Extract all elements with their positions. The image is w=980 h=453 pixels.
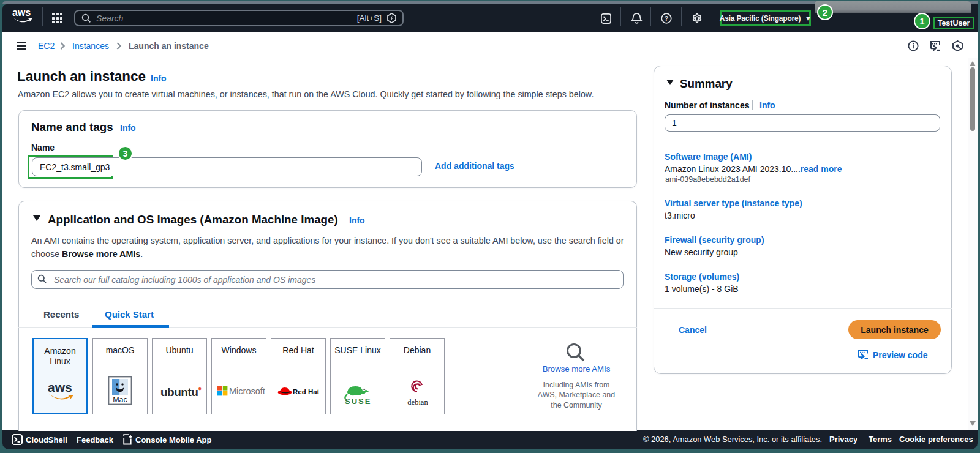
svg-text:Mac: Mac xyxy=(113,395,127,404)
svg-text:SUSE: SUSE xyxy=(345,397,371,405)
svg-text:?: ? xyxy=(665,15,668,22)
svg-text:debian: debian xyxy=(407,398,428,406)
svg-text:Red Hat: Red Hat xyxy=(293,388,320,395)
svg-text:aws: aws xyxy=(48,380,72,394)
svg-text:Microsoft: Microsoft xyxy=(229,386,265,396)
svg-text:aws: aws xyxy=(12,8,31,18)
